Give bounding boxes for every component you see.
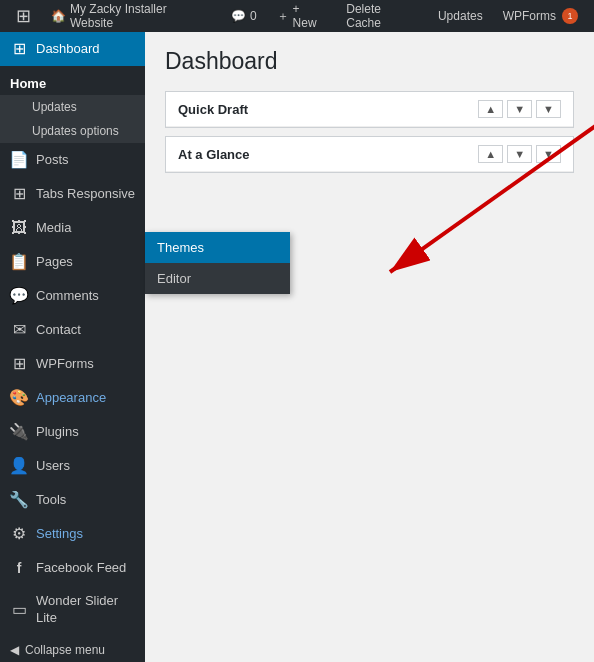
quick-draft-controls: ▲ ▼ ▼ [478,100,561,118]
sidebar-item-dashboard[interactable]: ⊞ Dashboard [0,32,145,66]
sidebar-pages-label: Pages [36,254,73,271]
sidebar-users-label: Users [36,458,70,475]
quick-draft-title: Quick Draft [178,102,248,117]
main-layout: ⊞ Dashboard Home Updates Updates options… [0,32,594,662]
sidebar-comments-label: Comments [36,288,99,305]
new-label: + New [293,2,327,30]
admin-bar: ⊞ 🏠 My Zacky Installer Website 💬 0 ＋ + N… [0,0,594,32]
appearance-icon: 🎨 [10,389,28,407]
comments-item[interactable]: 💬 0 [223,0,265,32]
at-a-glance-collapse-down[interactable]: ▼ [507,145,532,163]
sidebar-contact-label: Contact [36,322,81,339]
tools-icon: 🔧 [10,491,28,509]
at-a-glance-widget: At a Glance ▲ ▼ ▼ [165,136,574,173]
wp-logo-item[interactable]: ⊞ [8,0,39,32]
sidebar-plugins-label: Plugins [36,424,79,441]
sidebar-media-label: Media [36,220,71,237]
sidebar-item-media[interactable]: 🖼 Media [0,211,145,245]
sidebar-item-settings[interactable]: ⚙ Settings [0,517,145,551]
sub-item-updates[interactable]: Updates [0,95,145,119]
quick-draft-toggle[interactable]: ▼ [536,100,561,118]
wpforms-badge: 1 [562,8,578,24]
posts-icon: 📄 [10,151,28,169]
updates-label: Updates [438,9,483,23]
sidebar-item-users[interactable]: 👤 Users [0,449,145,483]
home-section-label: Home [0,66,145,95]
sidebar: ⊞ Dashboard Home Updates Updates options… [0,32,145,662]
sidebar-item-tabs-responsive[interactable]: ⊞ Tabs Responsive [0,177,145,211]
at-a-glance-toggle[interactable]: ▼ [536,145,561,163]
collapse-menu-item[interactable]: ◀ Collapse menu [0,635,145,662]
settings-icon: ⚙ [10,525,28,543]
site-name-item[interactable]: 🏠 My Zacky Installer Website [43,0,219,32]
delete-cache-label: Delete Cache [346,2,418,30]
sidebar-posts-label: Posts [36,152,69,169]
wpforms-label: WPForms [503,9,556,23]
tabs-responsive-icon: ⊞ [10,185,28,203]
sidebar-item-comments[interactable]: 💬 Comments [0,279,145,313]
plus-icon: ＋ [277,8,289,25]
sidebar-item-wpforms[interactable]: ⊞ WPForms [0,347,145,381]
home-submenu: Updates Updates options [0,95,145,143]
plugins-icon: 🔌 [10,423,28,441]
sidebar-item-plugins[interactable]: 🔌 Plugins [0,415,145,449]
comment-count: 0 [250,9,257,23]
dashboard-icon: ⊞ [10,40,28,58]
at-a-glance-title: At a Glance [178,147,250,162]
sidebar-dashboard-label: Dashboard [36,41,100,58]
sidebar-tools-label: Tools [36,492,66,509]
users-icon: 👤 [10,457,28,475]
sidebar-slider-label: Wonder Slider Lite [36,593,135,627]
sidebar-item-appearance[interactable]: 🎨 Appearance [0,381,145,415]
facebook-icon: f [10,559,28,577]
quick-draft-collapse-down[interactable]: ▼ [507,100,532,118]
wp-icon: ⊞ [16,5,31,27]
pages-icon: 📋 [10,253,28,271]
updates-item[interactable]: Updates [430,0,491,32]
delete-cache-item[interactable]: Delete Cache [338,0,426,32]
quick-draft-widget: Quick Draft ▲ ▼ ▼ [165,91,574,128]
sidebar-appearance-label: Appearance [36,390,106,407]
sidebar-settings-label: Settings [36,526,83,543]
at-a-glance-collapse-up[interactable]: ▲ [478,145,503,163]
site-name: My Zacky Installer Website [70,2,211,30]
comments-nav-icon: 💬 [10,287,28,305]
collapse-label: Collapse menu [25,643,105,657]
sidebar-item-wonder-slider[interactable]: ▭ Wonder Slider Lite [0,585,145,635]
page-title: Dashboard [165,48,574,75]
slider-icon: ▭ [10,601,28,619]
sidebar-wpforms-label: WPForms [36,356,94,373]
sidebar-item-pages[interactable]: 📋 Pages [0,245,145,279]
contact-icon: ✉ [10,321,28,339]
collapse-icon: ◀ [10,643,19,657]
sidebar-facebook-label: Facebook Feed [36,560,126,577]
at-a-glance-header[interactable]: At a Glance ▲ ▼ ▼ [166,137,573,172]
wpforms-nav-icon: ⊞ [10,355,28,373]
appearance-submenu-editor[interactable]: Editor [145,263,290,294]
house-icon: 🏠 [51,9,66,23]
appearance-submenu-themes[interactable]: Themes [145,232,290,263]
quick-draft-header[interactable]: Quick Draft ▲ ▼ ▼ [166,92,573,127]
wpforms-item[interactable]: WPForms 1 [495,0,586,32]
appearance-submenu: Themes Editor [145,232,290,294]
sidebar-item-facebook-feed[interactable]: f Facebook Feed [0,551,145,585]
new-button[interactable]: ＋ + New [269,0,335,32]
sidebar-item-posts[interactable]: 📄 Posts [0,143,145,177]
quick-draft-collapse-up[interactable]: ▲ [478,100,503,118]
sidebar-item-tools[interactable]: 🔧 Tools [0,483,145,517]
main-content: Dashboard Quick Draft ▲ ▼ ▼ At a Glance … [145,32,594,662]
comment-icon: 💬 [231,9,246,23]
sub-item-updates-options[interactable]: Updates options [0,119,145,143]
sidebar-item-contact[interactable]: ✉ Contact [0,313,145,347]
red-arrow [275,92,594,332]
at-a-glance-controls: ▲ ▼ ▼ [478,145,561,163]
media-icon: 🖼 [10,219,28,237]
sidebar-tabs-label: Tabs Responsive [36,186,135,203]
